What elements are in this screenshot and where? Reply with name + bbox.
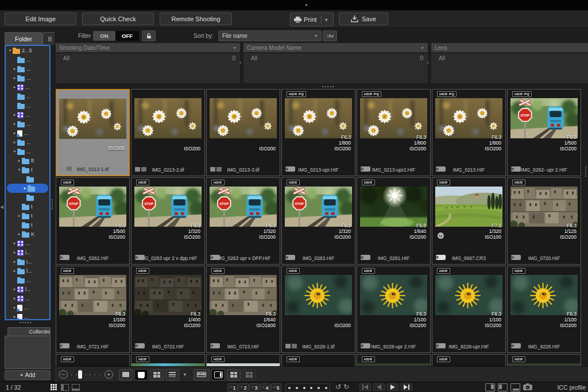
tree-item[interactable]: ▸... bbox=[6, 294, 49, 303]
filter-list-item[interactable]: All 0 bbox=[56, 53, 240, 62]
chevron-right-icon[interactable]: ▸ bbox=[12, 259, 17, 264]
thumbnail-partial[interactable]: HDR bbox=[432, 354, 506, 366]
chevron-right-icon[interactable]: ▸ bbox=[12, 76, 17, 80]
thumbnail-image[interactable] bbox=[510, 275, 578, 315]
tool-panel-button[interactable] bbox=[498, 383, 508, 391]
rating-5-button[interactable]: ✓5 bbox=[271, 383, 281, 392]
remote-shooting-button[interactable]: Remote Shooting bbox=[160, 13, 232, 25]
split-view-button[interactable] bbox=[60, 383, 69, 391]
chevron-right-icon[interactable]: ▸ bbox=[22, 186, 28, 191]
thumbnail-image[interactable]: STOP bbox=[510, 98, 578, 138]
thumbnail-partial[interactable]: HDR bbox=[206, 354, 280, 366]
tree-item[interactable]: ... bbox=[6, 92, 49, 101]
tree-item-selected[interactable]: ▸ bbox=[7, 184, 48, 193]
rating-4-button[interactable]: ✓4 bbox=[260, 383, 270, 392]
thumbnail-IMG_0667.CR3[interactable]: HDR F7.11/320ISO100RIMG_0667.CR3 bbox=[432, 177, 506, 265]
view-small-thumbs-button[interactable] bbox=[150, 369, 164, 381]
collapse-toolbar-icon[interactable]: ▲ bbox=[304, 2, 308, 6]
thumbnail-image[interactable] bbox=[59, 99, 126, 139]
tree-item[interactable]: t bbox=[6, 220, 49, 230]
multi-layout-button[interactable] bbox=[227, 369, 241, 381]
tab-collection[interactable]: Collectio bbox=[7, 327, 51, 336]
chevron-right-icon[interactable]: ▸ bbox=[12, 269, 17, 273]
chevron-right-icon[interactable]: ▸ bbox=[12, 122, 17, 126]
chevron-right-icon[interactable]: ▸ bbox=[12, 85, 17, 90]
thumbnail-partial[interactable]: HDR bbox=[131, 354, 205, 366]
chevron-right-icon[interactable]: ▸ bbox=[12, 241, 17, 246]
tree-item[interactable]: ▸l... bbox=[6, 285, 49, 294]
print-dropdown-icon[interactable]: ▼ bbox=[322, 18, 331, 22]
tree-item[interactable]: ▸... bbox=[6, 129, 49, 138]
view-list-button[interactable] bbox=[165, 369, 179, 381]
rotate-left-button[interactable]: ↺ bbox=[335, 383, 341, 391]
sort-order-button[interactable]: ↓Az bbox=[323, 30, 337, 41]
tree-item[interactable]: ▾2...5 bbox=[6, 46, 49, 55]
filter-panel-resize-handle[interactable]: ••••• bbox=[317, 84, 340, 88]
thumbnail-image[interactable] bbox=[435, 275, 502, 315]
rating-2-button[interactable]: ✓2 bbox=[238, 383, 249, 392]
filter-column-lens[interactable]: Lens bbox=[431, 43, 588, 52]
thumbnail-IMG_0262.HIF[interactable]: HDR STOP F6.31/500ISO200HIM bbox=[56, 177, 130, 265]
preview-pane-button[interactable] bbox=[211, 369, 225, 381]
thumbnail-IMG_0263.HIF[interactable]: HDR STOP F6.31/320ISO200HIM bbox=[281, 177, 355, 265]
collapse-sidebar-icon[interactable]: ◀ bbox=[0, 204, 3, 209]
chevron-down-icon[interactable]: ▾ bbox=[7, 48, 13, 53]
tree-item[interactable] bbox=[6, 174, 49, 184]
chevron-right-icon[interactable]: ▸ bbox=[17, 158, 22, 163]
thumbnail-IMG_0213-2.tif[interactable]: ISO200IMG_0213-2.tif bbox=[131, 89, 205, 176]
zoom-in-button[interactable]: + bbox=[105, 370, 113, 379]
previous-image-button[interactable] bbox=[373, 383, 385, 391]
thumbnail-image[interactable] bbox=[59, 275, 126, 315]
thumbnail-IMG_0291.HIF[interactable]: HDR F5.61/640ISO200HIMG_0291.HIF bbox=[357, 177, 431, 265]
thumbnail-IMG_0721.HIF[interactable]: HDR F6.31/100ISO200HIMG_0721.HIF bbox=[56, 266, 130, 353]
filter-list-item[interactable]: All 0 bbox=[243, 53, 428, 62]
next-image-button[interactable] bbox=[387, 383, 399, 391]
sidebar-splitter-handle[interactable] bbox=[52, 198, 53, 211]
filter-off-button[interactable]: OFF bbox=[115, 31, 139, 41]
tree-item[interactable]: ▸... bbox=[6, 110, 49, 119]
thumbnail-image[interactable] bbox=[435, 187, 502, 227]
filter-list-item[interactable]: All bbox=[431, 53, 588, 62]
tree-item[interactable]: ▸... bbox=[6, 312, 49, 320]
thumbnail-image[interactable] bbox=[360, 98, 427, 138]
grid-view-button[interactable] bbox=[49, 383, 58, 391]
thumbnail-image[interactable] bbox=[134, 98, 202, 138]
thumbnail-image[interactable]: STOP bbox=[285, 187, 352, 227]
thumbnail-image[interactable] bbox=[510, 187, 578, 227]
tree-item[interactable]: ▸i... bbox=[6, 257, 49, 266]
filter-on-button[interactable]: ON bbox=[93, 31, 115, 41]
save-button[interactable]: Save bbox=[339, 13, 388, 25]
thumbnail-image[interactable] bbox=[210, 275, 277, 315]
tree-item[interactable]: ... bbox=[6, 275, 49, 285]
thumbnail-image[interactable]: STOP bbox=[210, 187, 277, 227]
tree-item[interactable]: ... bbox=[6, 101, 49, 110]
chevron-right-icon[interactable]: ▸ bbox=[12, 112, 17, 117]
thumbnail-image[interactable]: STOP bbox=[134, 187, 202, 227]
rotate-right-button[interactable]: ↻ bbox=[343, 383, 349, 391]
tree-item[interactable] bbox=[6, 193, 49, 202]
thumbnail-IMG_0262- upr 2.HIF[interactable]: HDR PQ STOP F6.31/500ISO200 bbox=[507, 89, 581, 176]
chevron-right-icon[interactable]: ▸ bbox=[17, 214, 22, 218]
slider-thumb[interactable] bbox=[78, 370, 82, 379]
thumbnail-image[interactable] bbox=[360, 187, 427, 227]
tree-item[interactable]: ▸... bbox=[6, 73, 49, 83]
chevron-right-icon[interactable]: ▸ bbox=[12, 287, 17, 292]
tree-item[interactable]: ▸K bbox=[6, 230, 49, 239]
tab-folder[interactable]: Folder bbox=[5, 32, 42, 45]
thumbnail-partial[interactable]: HDR bbox=[357, 354, 431, 366]
collection-list[interactable] bbox=[5, 336, 51, 369]
edit-image-button[interactable]: Edit Image bbox=[5, 13, 76, 25]
tree-item[interactable]: ... bbox=[6, 55, 49, 64]
thumbnail-IMG_0720.HIF[interactable]: HDR F6.31/125ISO200HIMG_0720.HIF bbox=[507, 177, 581, 265]
quick-check-button[interactable]: Quick Check bbox=[82, 13, 154, 25]
view-large-thumbs-button[interactable] bbox=[119, 369, 133, 381]
chevron-right-icon[interactable]: ▸ bbox=[12, 140, 17, 145]
thumbnail-IMG_9228-upr 2.HIF[interactable]: HDR F6.31/100ISO200HIMG_9228-upr 2.HIF bbox=[357, 266, 431, 353]
thumbnail-image[interactable] bbox=[210, 98, 277, 138]
compare-layout-button[interactable] bbox=[242, 369, 256, 381]
tree-item[interactable]: ▸ft bbox=[6, 156, 49, 165]
tree-item[interactable]: ▸l... bbox=[6, 266, 49, 275]
thumbnail-IMG_9228.HIF[interactable]: HDR F6.31/100ISO200HIMG_9228.HIF bbox=[507, 266, 581, 353]
info-panel-button[interactable] bbox=[485, 383, 495, 391]
rating-3-button[interactable]: ✓3 bbox=[249, 383, 260, 392]
